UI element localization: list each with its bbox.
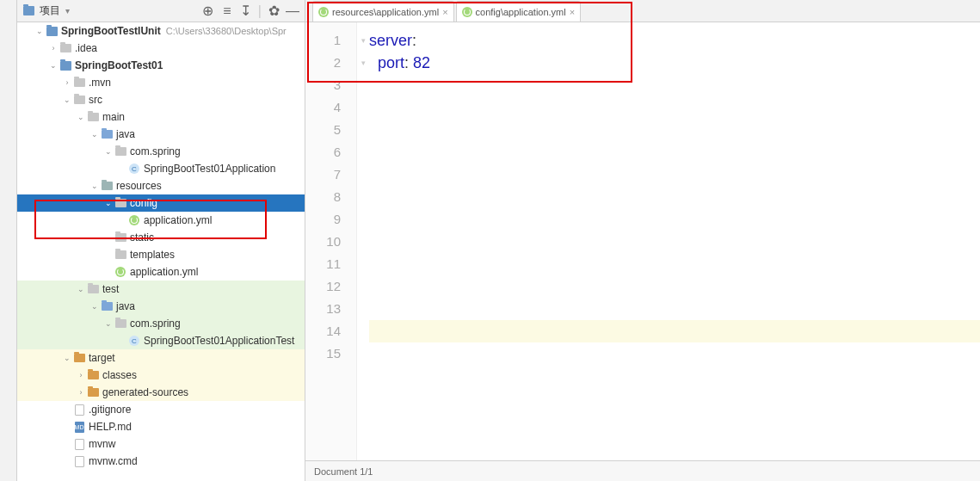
chevron-down-icon[interactable]: ⌄ <box>89 182 100 190</box>
fold-marker <box>357 342 369 365</box>
fold-marker <box>357 186 369 208</box>
file-icon <box>72 455 86 467</box>
project-panel-icon <box>22 5 34 17</box>
tree-row[interactable]: ⌄java <box>17 298 305 315</box>
code-line[interactable] <box>369 253 980 275</box>
tree-row[interactable]: ›.idea <box>17 40 305 57</box>
code-line[interactable] <box>369 320 980 342</box>
fold-marker <box>357 253 369 275</box>
code-line[interactable] <box>369 231 980 253</box>
chevron-right-icon[interactable]: › <box>48 44 59 52</box>
close-icon[interactable]: × <box>442 7 447 17</box>
tree-node-label: generated-sources <box>102 386 188 398</box>
chevron-right-icon[interactable]: › <box>76 371 86 379</box>
code-line[interactable]: port: 82 <box>369 52 980 74</box>
fold-marker[interactable]: ▾ <box>357 29 369 52</box>
tree-row[interactable]: .gitignore <box>17 401 305 418</box>
rail-projects-tab[interactable] <box>0 0 3 7</box>
tab-label: config\application.yml <box>476 7 566 17</box>
tree-row[interactable]: ⌄SpringBootTestIUnitC:\Users\33680\Deskt… <box>17 22 305 40</box>
tree-row[interactable]: ⌄config <box>17 194 305 212</box>
hide-icon[interactable]: — <box>286 4 299 18</box>
tree-row[interactable]: ⌄target <box>17 349 305 367</box>
tree-row[interactable]: ⌄com.spring <box>17 143 305 160</box>
tree-row[interactable]: ›.mvn <box>17 74 305 91</box>
yml-icon <box>127 214 141 226</box>
tree-row[interactable]: MDHELP.md <box>17 418 305 435</box>
chevron-down-icon[interactable]: ⌄ <box>34 27 45 35</box>
editor-tab-resources-yml[interactable]: resources\application.yml × <box>312 1 454 22</box>
tree-node-label: mvnw <box>89 438 115 450</box>
chevron-down-icon[interactable]: ⌄ <box>76 113 86 121</box>
chevron-right-icon[interactable]: › <box>62 78 72 87</box>
dropdown-icon[interactable]: ▾ <box>65 6 70 15</box>
code-line[interactable]: server: <box>369 29 980 52</box>
tree-row[interactable]: mvnw.cmd <box>17 453 305 470</box>
code-line[interactable] <box>369 96 980 119</box>
tree-row[interactable]: CSpringBootTest01ApplicationTest <box>17 332 305 349</box>
tree-node-label: .mvn <box>89 77 111 89</box>
tree-node-label: SpringBootTest01 <box>75 59 163 71</box>
code-line[interactable] <box>369 163 980 186</box>
chevron-down-icon[interactable]: ⌄ <box>76 285 86 293</box>
chevron-down-icon[interactable]: ⌄ <box>89 302 100 311</box>
chevron-down-icon[interactable]: ⌄ <box>62 96 72 104</box>
code-line[interactable] <box>369 275 980 298</box>
code-line[interactable] <box>369 141 980 163</box>
chevron-down-icon[interactable]: ⌄ <box>89 130 100 139</box>
expand-icon[interactable]: ↧ <box>239 4 253 18</box>
chevron-down-icon[interactable]: ⌄ <box>103 319 114 328</box>
tree-row[interactable]: application.yml <box>17 263 305 281</box>
project-panel-header: 项目 ▾ ⊕ ≡ ↧ | ✿ — <box>17 0 305 22</box>
folder-blue-icon <box>100 300 114 312</box>
tree-row[interactable]: static <box>17 229 305 246</box>
tree-row[interactable]: ⌄src <box>17 91 305 108</box>
editor-tab-config-yml[interactable]: config\application.yml × <box>456 1 582 22</box>
chevron-down-icon[interactable]: ⌄ <box>103 147 114 156</box>
fold-marker[interactable]: ▾ <box>357 52 369 74</box>
tree-node-label: SpringBootTest01Application <box>144 163 275 175</box>
collapse-icon[interactable]: ≡ <box>220 4 234 18</box>
code-line[interactable] <box>369 74 980 96</box>
line-number-gutter: 123456789101112131415 <box>305 22 357 460</box>
chevron-down-icon[interactable]: ⌄ <box>103 199 114 207</box>
tree-row[interactable]: ⌄resources <box>17 177 305 194</box>
code-line[interactable] <box>369 119 980 141</box>
tree-node-label: SpringBootTest01ApplicationTest <box>144 335 294 347</box>
tree-row[interactable]: ⌄main <box>17 108 305 126</box>
editor-body[interactable]: 123456789101112131415 ▾▾ server: port: 8… <box>305 22 980 460</box>
tree-row[interactable]: ⌄SpringBootTest01 <box>17 57 305 74</box>
tree-row[interactable]: CSpringBootTest01Application <box>17 160 305 177</box>
code-line[interactable] <box>369 186 980 208</box>
tree-row[interactable]: ⌄com.spring <box>17 315 305 332</box>
tree-row[interactable]: mvnw <box>17 435 305 453</box>
editor-tab-bar: resources\application.yml × config\appli… <box>305 0 980 22</box>
folder-orange-icon <box>86 386 100 398</box>
editor-area: resources\application.yml × config\appli… <box>305 0 980 481</box>
folder-teal-icon <box>100 180 114 192</box>
tree-row[interactable]: ⌄test <box>17 281 305 298</box>
tree-row[interactable]: ⌄java <box>17 126 305 143</box>
code-content[interactable]: server: port: 82 <box>369 22 980 460</box>
proj-icon <box>59 59 72 71</box>
code-line[interactable] <box>369 298 980 320</box>
line-number: 8 <box>305 186 356 208</box>
tree-node-label: src <box>89 94 102 106</box>
chevron-down-icon[interactable]: ⌄ <box>62 354 72 362</box>
fold-marker <box>357 163 369 186</box>
target-icon[interactable]: ⊕ <box>201 4 215 18</box>
project-tree[interactable]: ⌄SpringBootTestIUnitC:\Users\33680\Deskt… <box>17 22 305 481</box>
tree-row[interactable]: ›classes <box>17 367 305 384</box>
code-line[interactable] <box>369 208 980 231</box>
line-number: 1 <box>305 29 356 52</box>
close-icon[interactable]: × <box>570 7 575 17</box>
tree-row[interactable]: application.yml <box>17 212 305 229</box>
code-line[interactable] <box>369 342 980 365</box>
chevron-right-icon[interactable]: › <box>76 388 86 397</box>
chevron-down-icon[interactable]: ⌄ <box>48 61 59 70</box>
fold-marker <box>357 231 369 253</box>
gear-icon[interactable]: ✿ <box>267 4 280 18</box>
tree-row[interactable]: templates <box>17 246 305 263</box>
yml-icon <box>114 266 127 278</box>
tree-row[interactable]: ›generated-sources <box>17 384 305 401</box>
